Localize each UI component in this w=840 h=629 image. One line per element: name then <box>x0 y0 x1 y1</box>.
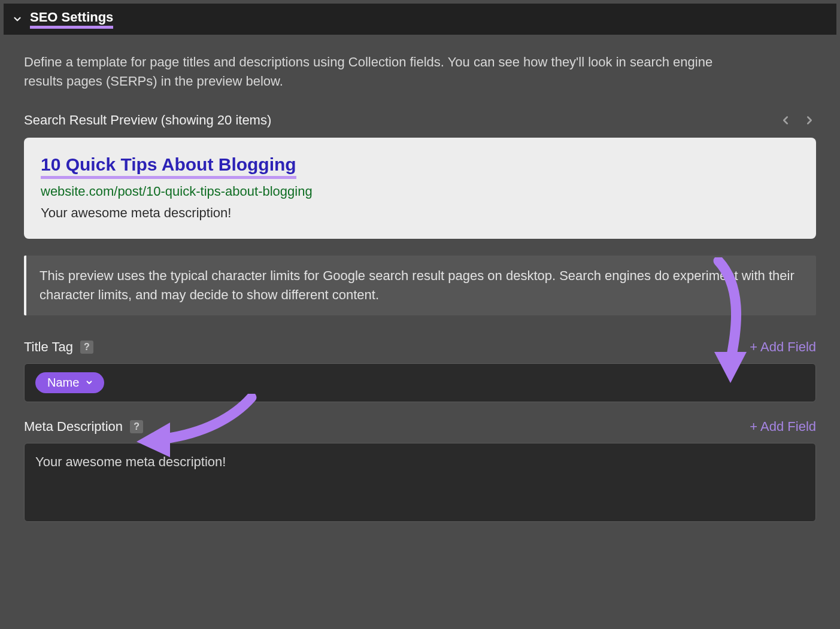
meta-description-input[interactable]: Your awesome meta description! <box>24 443 816 522</box>
meta-description-section: Meta Description ? + Add Field Your awes… <box>24 419 816 522</box>
serp-url: website.com/post/10-quick-tips-about-blo… <box>41 184 799 199</box>
serp-preview-card: 10 Quick Tips About Blogging website.com… <box>24 138 816 239</box>
section-header[interactable]: SEO Settings <box>4 4 836 35</box>
serp-description: Your awesome meta description! <box>41 205 799 221</box>
title-tag-label: Title Tag <box>24 339 73 355</box>
preview-header: Search Result Preview (showing 20 items) <box>24 111 816 129</box>
preview-label: Search Result Preview (showing 20 items) <box>24 113 271 128</box>
title-tag-input[interactable]: Name <box>24 363 816 402</box>
prev-icon[interactable] <box>779 111 792 129</box>
help-icon[interactable]: ? <box>80 341 93 354</box>
help-icon[interactable]: ? <box>130 420 143 433</box>
add-field-button[interactable]: + Add Field <box>750 339 816 355</box>
serp-title: 10 Quick Tips About Blogging <box>41 154 296 179</box>
next-icon[interactable] <box>803 111 816 129</box>
collapse-toggle-icon[interactable] <box>12 14 23 25</box>
add-field-button[interactable]: + Add Field <box>750 419 816 434</box>
meta-description-value: Your awesome meta description! <box>35 454 226 470</box>
title-tag-section: Title Tag ? + Add Field Name <box>24 339 816 402</box>
intro-description: Define a template for page titles and de… <box>24 53 718 91</box>
meta-description-label: Meta Description <box>24 419 123 434</box>
preview-nav <box>779 111 816 129</box>
chip-label: Name <box>47 376 79 390</box>
info-note: This preview uses the typical character … <box>24 256 816 315</box>
content-body: Define a template for page titles and de… <box>4 35 836 559</box>
chevron-down-icon <box>85 378 93 387</box>
field-chip-name[interactable]: Name <box>35 372 104 393</box>
section-title: SEO Settings <box>30 10 113 29</box>
